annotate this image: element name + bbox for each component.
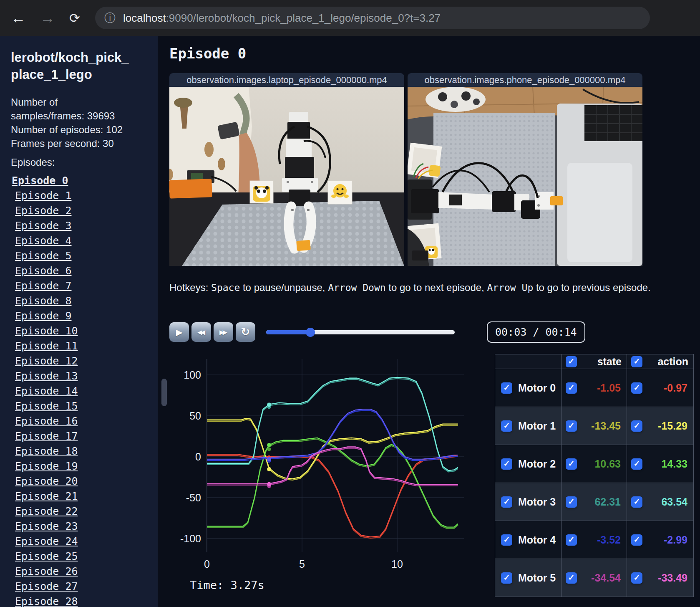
motor-row-3: Motor 362.3163.54	[495, 483, 694, 521]
video-frame-phone-scene	[408, 87, 642, 266]
motor-4-state-checkbox[interactable]	[566, 534, 577, 546]
motor-4-state-value: -3.52	[597, 534, 621, 546]
motor-3-action-checkbox[interactable]	[631, 496, 642, 508]
column-checkbox-state[interactable]	[566, 356, 577, 367]
episode-link-episode-12[interactable]: Episode 12	[11, 354, 158, 369]
motor-checkbox-0[interactable]	[501, 382, 512, 394]
motor-1-action-checkbox[interactable]	[631, 420, 642, 432]
motor-5-action-checkbox[interactable]	[631, 572, 642, 584]
motor-5-state-checkbox[interactable]	[566, 572, 577, 584]
motor-checkbox-4[interactable]	[501, 534, 512, 546]
svg-text:50: 50	[189, 410, 201, 422]
site-info-icon[interactable]: ⓘ	[104, 10, 116, 25]
motor-0-action-checkbox[interactable]	[631, 382, 642, 394]
motor-row-0: Motor 0-1.05-0.97	[495, 369, 694, 407]
episode-link-episode-15[interactable]: Episode 15	[11, 399, 158, 414]
play-icon: ▶	[176, 327, 182, 337]
motor-2-state-value: 10.63	[594, 458, 621, 470]
motor-chart: 100500-50-1000510	[171, 338, 467, 574]
motor-2-action-checkbox[interactable]	[631, 458, 642, 470]
forward-button[interactable]: →	[40, 10, 55, 25]
svg-text:0: 0	[195, 451, 201, 463]
episode-link-episode-22[interactable]: Episode 22	[11, 504, 158, 519]
column-checkbox-action[interactable]	[631, 356, 642, 367]
motor-label-1: Motor 1	[518, 420, 556, 432]
scrollbar-thumb[interactable]	[161, 379, 167, 406]
video-title-phone: observation.images.phone_episode_000000.…	[408, 73, 642, 87]
motor-label-3: Motor 3	[518, 496, 556, 508]
motor-row-4: Motor 4-3.52-2.99	[495, 521, 694, 559]
episode-link-episode-5[interactable]: Episode 5	[11, 248, 158, 263]
episode-link-episode-10[interactable]: Episode 10	[11, 324, 158, 339]
video-panels: observation.images.laptop_episode_000000…	[169, 73, 642, 266]
episode-link-episode-20[interactable]: Episode 20	[11, 474, 158, 489]
motor-5-state-value: -34.54	[591, 572, 621, 584]
episode-link-episode-8[interactable]: Episode 8	[11, 293, 158, 309]
episode-link-episode-6[interactable]: Episode 6	[11, 263, 158, 278]
motor-checkbox-5[interactable]	[501, 572, 512, 584]
motor-4-action-checkbox[interactable]	[631, 534, 642, 546]
seek-thumb[interactable]	[306, 328, 315, 337]
motor-3-state-value: 62.31	[594, 496, 621, 508]
back-button[interactable]: ←	[11, 10, 26, 25]
episode-link-episode-26[interactable]: Episode 26	[11, 564, 158, 579]
reload-button[interactable]: ⟳	[69, 12, 80, 25]
info-line: samples/frames: 39693	[11, 109, 158, 123]
motor-0-action-value: -0.97	[664, 382, 687, 394]
episode-link-episode-7[interactable]: Episode 7	[11, 278, 158, 293]
video-player-phone[interactable]: observation.images.phone_episode_000000.…	[408, 73, 642, 266]
info-line: Number of	[11, 95, 158, 109]
episode-link-episode-27[interactable]: Episode 27	[11, 579, 158, 594]
episode-link-episode-4[interactable]: Episode 4	[11, 233, 158, 248]
motor-3-action-value: 63.54	[661, 496, 687, 508]
column-header-action: action	[657, 356, 688, 368]
motor-checkbox-2[interactable]	[501, 458, 512, 470]
episode-link-episode-18[interactable]: Episode 18	[11, 444, 158, 459]
svg-text:10: 10	[391, 558, 403, 570]
url-bar[interactable]: ⓘ localhost:9090/lerobot/koch_pick_place…	[95, 7, 650, 29]
motor-row-1: Motor 1-13.45-15.29	[495, 407, 694, 445]
motor-table: stateactionMotor 0-1.05-0.97Motor 1-13.4…	[495, 354, 694, 597]
motor-0-state-checkbox[interactable]	[566, 382, 577, 394]
url-host: localhost	[123, 12, 166, 25]
browser-toolbar: ← → ⟳ ⓘ localhost:9090/lerobot/koch_pick…	[0, 0, 700, 36]
episode-link-episode-3[interactable]: Episode 3	[11, 218, 158, 233]
episode-link-episode-13[interactable]: Episode 13	[11, 369, 158, 384]
info-line: Frames per second: 30	[11, 137, 158, 150]
page-title: Episode 0	[169, 45, 246, 62]
seek-slider[interactable]	[266, 330, 455, 335]
motor-checkbox-3[interactable]	[501, 496, 512, 508]
episode-link-episode-17[interactable]: Episode 17	[11, 429, 158, 444]
motor-0-state-value: -1.05	[597, 382, 621, 394]
episode-link-episode-28[interactable]: Episode 28	[11, 594, 158, 607]
chart-time-label: Time: 3.27s	[190, 579, 264, 592]
hotkeys-help: Hotkeys: Space to pause/unpause, Arrow D…	[169, 282, 651, 293]
motor-label-2: Motor 2	[518, 458, 556, 470]
episode-link-episode-9[interactable]: Episode 9	[11, 309, 158, 324]
loop-icon: ↻	[241, 326, 250, 339]
episode-link-episode-24[interactable]: Episode 24	[11, 534, 158, 549]
episode-link-episode-16[interactable]: Episode 16	[11, 414, 158, 429]
episode-link-episode-21[interactable]: Episode 21	[11, 489, 158, 504]
svg-text:5: 5	[299, 558, 305, 570]
dataset-title: lerobot/koch_pick_place_1_lego	[11, 49, 136, 83]
hotkey-arrow-up: Arrow Up	[487, 282, 533, 293]
episode-link-episode-11[interactable]: Episode 11	[11, 339, 158, 354]
motor-2-state-checkbox[interactable]	[566, 458, 577, 470]
episode-link-episode-14[interactable]: Episode 14	[11, 384, 158, 399]
episode-link-episode-19[interactable]: Episode 19	[11, 459, 158, 474]
motor-row-2: Motor 210.6314.33	[495, 445, 694, 483]
svg-text:-100: -100	[180, 533, 201, 544]
motor-1-state-checkbox[interactable]	[566, 420, 577, 432]
video-title-laptop: observation.images.laptop_episode_000000…	[169, 73, 404, 87]
motor-checkbox-1[interactable]	[501, 420, 512, 432]
episode-link-episode-2[interactable]: Episode 2	[11, 203, 158, 218]
motor-3-state-checkbox[interactable]	[566, 496, 577, 508]
episode-link-episode-0[interactable]: Episode 0	[11, 173, 158, 188]
hotkey-arrow-down: Arrow Down	[328, 282, 385, 293]
main-content: Episode 0 observation.images.laptop_epis…	[158, 36, 700, 607]
episode-link-episode-1[interactable]: Episode 1	[11, 188, 158, 203]
episode-link-episode-25[interactable]: Episode 25	[11, 549, 158, 564]
video-player-laptop[interactable]: observation.images.laptop_episode_000000…	[169, 73, 404, 266]
episode-link-episode-23[interactable]: Episode 23	[11, 519, 158, 534]
